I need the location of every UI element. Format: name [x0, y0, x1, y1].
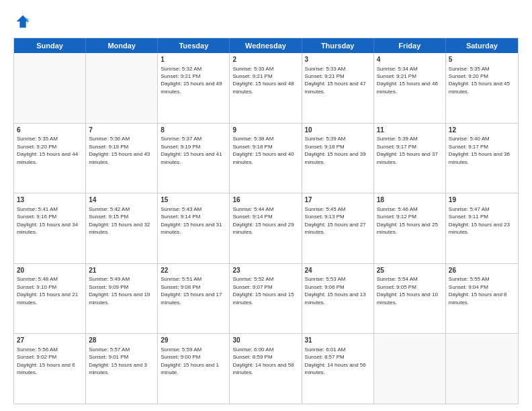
calendar-body: 1Sunrise: 5:32 AM Sunset: 9:21 PM Daylig… — [14, 53, 518, 404]
calendar-header-thursday: Thursday — [302, 38, 374, 53]
day-number: 4 — [377, 55, 443, 64]
calendar-cell: 1Sunrise: 5:32 AM Sunset: 9:21 PM Daylig… — [158, 53, 230, 123]
calendar-cell: 30Sunrise: 6:00 AM Sunset: 8:59 PM Dayli… — [230, 334, 302, 404]
cell-sun-info: Sunrise: 5:40 AM Sunset: 9:17 PM Dayligh… — [449, 136, 510, 165]
cell-sun-info: Sunrise: 5:38 AM Sunset: 9:18 PM Dayligh… — [232, 136, 294, 165]
cell-sun-info: Sunrise: 5:43 AM Sunset: 9:14 PM Dayligh… — [161, 206, 222, 235]
calendar-cell: 13Sunrise: 5:41 AM Sunset: 9:16 PM Dayli… — [14, 193, 86, 263]
page: SundayMondayTuesdayWednesdayThursdayFrid… — [0, 0, 532, 411]
calendar-cell: 31Sunrise: 6:01 AM Sunset: 8:57 PM Dayli… — [302, 334, 374, 404]
cell-sun-info: Sunrise: 5:35 AM Sunset: 9:20 PM Dayligh… — [449, 66, 510, 95]
calendar-cell: 27Sunrise: 5:56 AM Sunset: 9:02 PM Dayli… — [14, 334, 86, 404]
day-number: 14 — [89, 195, 154, 205]
cell-sun-info: Sunrise: 5:35 AM Sunset: 9:20 PM Dayligh… — [17, 136, 78, 165]
cell-sun-info: Sunrise: 5:53 AM Sunset: 9:06 PM Dayligh… — [305, 276, 366, 305]
day-number: 20 — [17, 266, 83, 275]
cell-sun-info: Sunrise: 5:57 AM Sunset: 9:01 PM Dayligh… — [89, 347, 147, 375]
cell-sun-info: Sunrise: 5:44 AM Sunset: 9:14 PM Dayligh… — [232, 206, 294, 235]
cell-sun-info: Sunrise: 5:49 AM Sunset: 9:09 PM Dayligh… — [89, 276, 150, 305]
cell-sun-info: Sunrise: 5:36 AM Sunset: 9:19 PM Dayligh… — [89, 136, 150, 165]
calendar-week-3: 13Sunrise: 5:41 AM Sunset: 9:16 PM Dayli… — [14, 193, 518, 264]
day-number: 26 — [449, 266, 515, 275]
cell-sun-info: Sunrise: 5:56 AM Sunset: 9:02 PM Dayligh… — [17, 347, 75, 375]
calendar-cell: 18Sunrise: 5:46 AM Sunset: 9:12 PM Dayli… — [374, 193, 446, 263]
calendar-cell: 20Sunrise: 5:48 AM Sunset: 9:10 PM Dayli… — [14, 264, 86, 334]
day-number: 31 — [305, 336, 371, 345]
day-number: 2 — [232, 55, 298, 64]
calendar-cell: 8Sunrise: 5:37 AM Sunset: 9:19 PM Daylig… — [158, 124, 230, 193]
day-number: 9 — [232, 126, 298, 135]
cell-sun-info: Sunrise: 5:39 AM Sunset: 9:17 PM Dayligh… — [377, 136, 438, 165]
header — [13, 12, 519, 31]
cell-sun-info: Sunrise: 6:01 AM Sunset: 8:57 PM Dayligh… — [305, 347, 366, 375]
calendar-cell: 9Sunrise: 5:38 AM Sunset: 9:18 PM Daylig… — [230, 124, 302, 193]
cell-sun-info: Sunrise: 5:51 AM Sunset: 9:08 PM Dayligh… — [161, 276, 222, 305]
cell-sun-info: Sunrise: 5:48 AM Sunset: 9:10 PM Dayligh… — [17, 276, 78, 305]
calendar-cell: 7Sunrise: 5:36 AM Sunset: 9:19 PM Daylig… — [86, 124, 158, 193]
cell-sun-info: Sunrise: 5:39 AM Sunset: 9:18 PM Dayligh… — [305, 136, 366, 165]
calendar-week-4: 20Sunrise: 5:48 AM Sunset: 9:10 PM Dayli… — [14, 264, 518, 334]
day-number: 13 — [17, 195, 83, 205]
calendar-cell: 5Sunrise: 5:35 AM Sunset: 9:20 PM Daylig… — [446, 53, 518, 123]
day-number: 22 — [161, 266, 226, 275]
day-number: 6 — [17, 126, 83, 135]
calendar-cell: 24Sunrise: 5:53 AM Sunset: 9:06 PM Dayli… — [302, 264, 374, 334]
day-number: 10 — [305, 126, 371, 135]
calendar-cell — [86, 53, 158, 123]
calendar-cell: 19Sunrise: 5:47 AM Sunset: 9:11 PM Dayli… — [446, 193, 518, 263]
calendar-cell: 2Sunrise: 5:33 AM Sunset: 9:21 PM Daylig… — [230, 53, 302, 123]
day-number: 21 — [89, 266, 154, 275]
calendar-cell: 17Sunrise: 5:45 AM Sunset: 9:13 PM Dayli… — [302, 193, 374, 263]
calendar-header-wednesday: Wednesday — [230, 38, 302, 53]
calendar: SundayMondayTuesdayWednesdayThursdayFrid… — [13, 38, 519, 404]
cell-sun-info: Sunrise: 5:47 AM Sunset: 9:11 PM Dayligh… — [449, 206, 510, 235]
cell-sun-info: Sunrise: 5:32 AM Sunset: 9:21 PM Dayligh… — [161, 66, 222, 95]
calendar-cell — [446, 334, 518, 404]
cell-sun-info: Sunrise: 5:42 AM Sunset: 9:15 PM Dayligh… — [89, 206, 150, 235]
cell-sun-info: Sunrise: 5:41 AM Sunset: 9:16 PM Dayligh… — [17, 206, 78, 235]
calendar-header-row: SundayMondayTuesdayWednesdayThursdayFrid… — [14, 38, 518, 53]
day-number: 3 — [305, 55, 371, 64]
calendar-header-tuesday: Tuesday — [158, 38, 230, 53]
calendar-cell — [14, 53, 86, 123]
calendar-week-5: 27Sunrise: 5:56 AM Sunset: 9:02 PM Dayli… — [14, 334, 518, 404]
cell-sun-info: Sunrise: 5:46 AM Sunset: 9:12 PM Dayligh… — [377, 206, 438, 235]
cell-sun-info: Sunrise: 5:55 AM Sunset: 9:04 PM Dayligh… — [449, 276, 507, 305]
day-number: 15 — [161, 195, 226, 205]
calendar-cell: 15Sunrise: 5:43 AM Sunset: 9:14 PM Dayli… — [158, 193, 230, 263]
day-number: 11 — [377, 126, 443, 135]
day-number: 30 — [232, 336, 298, 345]
cell-sun-info: Sunrise: 6:00 AM Sunset: 8:59 PM Dayligh… — [232, 347, 294, 375]
calendar-cell: 25Sunrise: 5:54 AM Sunset: 9:05 PM Dayli… — [374, 264, 446, 334]
calendar-week-1: 1Sunrise: 5:32 AM Sunset: 9:21 PM Daylig… — [14, 53, 518, 124]
cell-sun-info: Sunrise: 5:33 AM Sunset: 9:21 PM Dayligh… — [232, 66, 294, 95]
day-number: 8 — [161, 126, 226, 135]
calendar-header-sunday: Sunday — [14, 38, 86, 53]
calendar-cell: 14Sunrise: 5:42 AM Sunset: 9:15 PM Dayli… — [86, 193, 158, 263]
calendar-cell: 3Sunrise: 5:33 AM Sunset: 9:21 PM Daylig… — [302, 53, 374, 123]
day-number: 25 — [377, 266, 443, 275]
calendar-cell: 10Sunrise: 5:39 AM Sunset: 9:18 PM Dayli… — [302, 124, 374, 193]
day-number: 17 — [305, 195, 371, 205]
calendar-cell: 28Sunrise: 5:57 AM Sunset: 9:01 PM Dayli… — [86, 334, 158, 404]
calendar-header-monday: Monday — [86, 38, 158, 53]
day-number: 24 — [305, 266, 371, 275]
cell-sun-info: Sunrise: 5:52 AM Sunset: 9:07 PM Dayligh… — [232, 276, 294, 305]
day-number: 5 — [449, 55, 515, 64]
cell-sun-info: Sunrise: 5:37 AM Sunset: 9:19 PM Dayligh… — [161, 136, 222, 165]
logo-icon — [13, 12, 32, 31]
calendar-header-saturday: Saturday — [446, 38, 518, 53]
cell-sun-info: Sunrise: 5:45 AM Sunset: 9:13 PM Dayligh… — [305, 206, 366, 235]
day-number: 19 — [449, 195, 515, 205]
calendar-cell: 23Sunrise: 5:52 AM Sunset: 9:07 PM Dayli… — [230, 264, 302, 334]
calendar-cell: 12Sunrise: 5:40 AM Sunset: 9:17 PM Dayli… — [446, 124, 518, 193]
day-number: 7 — [89, 126, 154, 135]
calendar-cell: 21Sunrise: 5:49 AM Sunset: 9:09 PM Dayli… — [86, 264, 158, 334]
calendar-cell — [374, 334, 446, 404]
cell-sun-info: Sunrise: 5:54 AM Sunset: 9:05 PM Dayligh… — [377, 276, 438, 305]
calendar-cell: 22Sunrise: 5:51 AM Sunset: 9:08 PM Dayli… — [158, 264, 230, 334]
day-number: 16 — [232, 195, 298, 205]
calendar-header-friday: Friday — [374, 38, 446, 53]
cell-sun-info: Sunrise: 5:59 AM Sunset: 9:00 PM Dayligh… — [161, 347, 219, 375]
calendar-cell: 29Sunrise: 5:59 AM Sunset: 9:00 PM Dayli… — [158, 334, 230, 404]
